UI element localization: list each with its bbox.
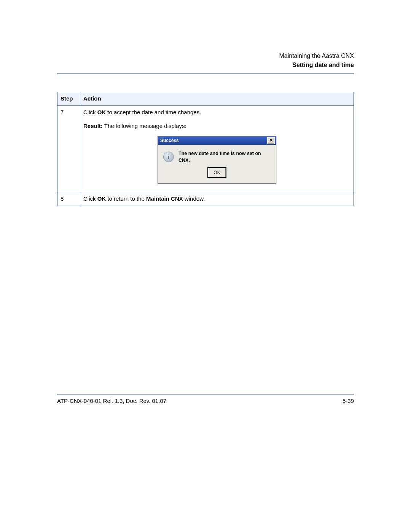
dialog-body: i The new date and time is now set on CN… [158,145,276,168]
info-icon: i [163,152,174,162]
col-header-action: Action [80,92,354,106]
procedure-table: Step Action 7 Click OK to accept the dat… [57,92,354,206]
dialog-message: The new date and time is now set on CNX. [178,150,271,165]
text-fragment: The following message displays: [103,123,186,129]
dialog-titlebar: Success ✕ [158,136,276,145]
footer-row: ATP-CNX-040-01 Rel. 1.3, Doc. Rev. 01.07… [57,395,354,404]
chapter-title: Maintaining the Aastra CNX [57,51,354,61]
dialog-title: Success [160,137,179,144]
col-header-step: Step [57,92,80,106]
table-header-row: Step Action [57,92,354,106]
success-dialog: Success ✕ i The new date and time is now… [158,136,276,184]
dialog-screenshot: Success ✕ i The new date and time is now… [83,136,350,184]
action-text: Click OK to accept the date and time cha… [83,108,350,117]
page-footer: ATP-CNX-040-01 Rel. 1.3, Doc. Rev. 01.07… [57,394,354,404]
text-fragment: window. [183,195,205,202]
section-title: Setting date and time [57,61,354,70]
doc-id: ATP-CNX-040-01 Rel. 1.3, Doc. Rev. 01.07 [57,398,166,404]
page-number: 5-39 [342,398,354,404]
text-fragment: Click [83,109,97,115]
text-fragment: to return to the [106,195,146,202]
step-number: 8 [57,192,80,206]
dialog-button-row: OK [158,167,276,183]
page-content: Maintaining the Aastra CNX Setting date … [57,51,354,206]
ok-button[interactable]: OK [207,167,226,178]
page: Maintaining the Aastra CNX Setting date … [0,0,411,532]
text-fragment: Click [83,195,97,202]
table-row: 8 Click OK to return to the Maintain CNX… [57,192,354,206]
page-header: Maintaining the Aastra CNX Setting date … [57,51,354,73]
text-bold: OK [97,109,106,115]
action-text: Click OK to return to the Maintain CNX w… [83,195,350,203]
table-row: 7 Click OK to accept the date and time c… [57,105,354,192]
text-fragment: to accept the date and time changes. [106,109,201,115]
action-cell: Click OK to accept the date and time cha… [80,105,354,192]
close-icon[interactable]: ✕ [267,137,275,144]
text-bold: OK [97,195,106,202]
text-bold: Result: [83,123,103,129]
action-cell: Click OK to return to the Maintain CNX w… [80,192,354,206]
step-number: 7 [57,105,80,192]
result-text: Result: The following message displays: [83,122,350,131]
text-bold: Maintain CNX [146,195,183,202]
header-rule [57,73,354,74]
